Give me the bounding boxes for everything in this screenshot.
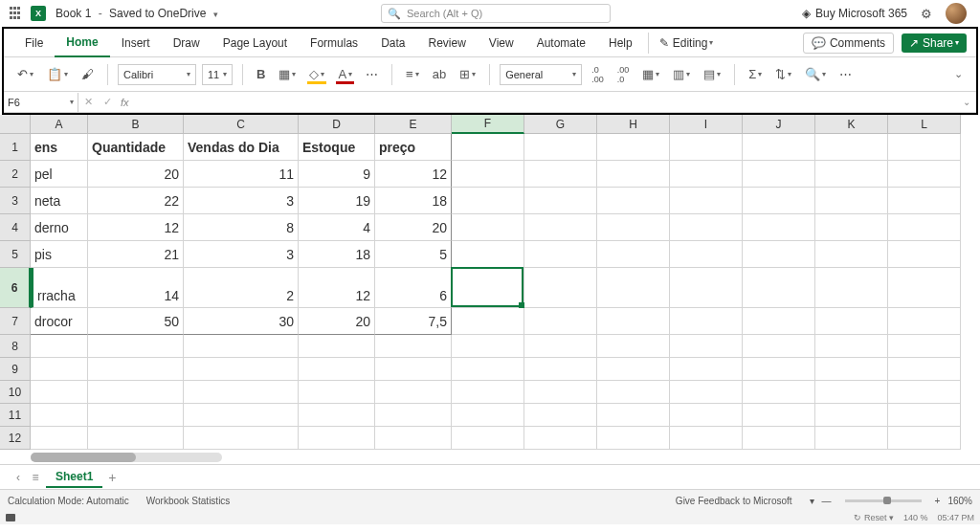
cell-L7[interactable] <box>888 308 961 335</box>
cell-A1[interactable]: ens <box>31 134 88 161</box>
col-header-G[interactable]: G <box>524 115 597 134</box>
increase-decimal-button[interactable]: .00.0 <box>613 63 634 86</box>
cell-G8[interactable] <box>524 335 597 358</box>
cell-B5[interactable]: 21 <box>88 241 184 268</box>
cell-E2[interactable]: 12 <box>375 161 452 188</box>
font-size-select[interactable]: 11▾ <box>202 64 233 85</box>
document-title[interactable]: Book 1 - Saved to OneDrive ▾ <box>56 7 218 20</box>
tab-formulas[interactable]: Formulas <box>299 29 369 57</box>
name-box[interactable]: F6▾ <box>4 93 78 112</box>
buy-microsoft-button[interactable]: ◈ Buy Microsoft 365 <box>802 7 907 20</box>
cell-G7[interactable] <box>524 308 597 335</box>
sheet-nav-prev[interactable]: ‹ <box>10 471 27 484</box>
feedback-button[interactable]: Give Feedback to Microsoft <box>676 496 792 506</box>
calc-mode-label[interactable]: Calculation Mode: Automatic <box>8 496 129 506</box>
cell-D8[interactable] <box>299 335 375 358</box>
cell-H3[interactable] <box>597 188 670 214</box>
cell-F1[interactable] <box>452 134 524 161</box>
cell-A3[interactable]: neta <box>31 188 88 214</box>
cell-B2[interactable]: 20 <box>88 161 184 188</box>
cell-I3[interactable] <box>670 188 743 214</box>
cell-F11[interactable] <box>452 404 524 427</box>
app-launcher-icon[interactable] <box>10 7 23 20</box>
cell-A12[interactable] <box>31 427 88 450</box>
cell-J12[interactable] <box>743 427 815 450</box>
cell-K8[interactable] <box>815 335 888 358</box>
zoom-slider[interactable] <box>845 499 922 502</box>
col-header-E[interactable]: E <box>375 115 452 134</box>
format-table-button[interactable]: ▥▾ <box>669 65 694 83</box>
add-sheet-button[interactable]: + <box>108 470 116 485</box>
cell-J4[interactable] <box>743 214 815 241</box>
cell-B9[interactable] <box>88 358 184 381</box>
cell-F10[interactable] <box>452 381 524 404</box>
cell-D1[interactable]: Estoque <box>299 134 375 161</box>
cell-L4[interactable] <box>888 214 961 241</box>
tab-data[interactable]: Data <box>369 29 416 57</box>
cell-A5[interactable]: pis <box>31 241 88 268</box>
cell-E5[interactable]: 5 <box>375 241 452 268</box>
cell-C4[interactable]: 8 <box>184 214 299 241</box>
cell-A10[interactable] <box>31 381 88 404</box>
sheet-tab-sheet1[interactable]: Sheet1 <box>46 467 102 488</box>
cell-G9[interactable] <box>524 358 597 381</box>
cell-I10[interactable] <box>670 381 743 404</box>
scrollbar-thumb[interactable] <box>31 453 136 462</box>
cell-H10[interactable] <box>597 381 670 404</box>
row-header-3[interactable]: 3 <box>0 188 31 214</box>
cell-G10[interactable] <box>524 381 597 404</box>
cell-J1[interactable] <box>743 134 815 161</box>
row-header-9[interactable]: 9 <box>0 358 31 381</box>
cell-H6[interactable] <box>597 268 670 308</box>
cell-F8[interactable] <box>452 335 524 358</box>
cell-K12[interactable] <box>815 427 888 450</box>
tab-view[interactable]: View <box>478 29 525 57</box>
cell-F2[interactable] <box>452 161 524 188</box>
cell-I2[interactable] <box>670 161 743 188</box>
status-caret[interactable]: ▾ <box>810 496 814 506</box>
cell-K5[interactable] <box>815 241 888 268</box>
cell-E9[interactable] <box>375 358 452 381</box>
row-header-12[interactable]: 12 <box>0 427 31 450</box>
cell-L11[interactable] <box>888 404 961 427</box>
col-header-K[interactable]: K <box>815 115 888 134</box>
cell-F4[interactable] <box>452 214 524 241</box>
cell-H2[interactable] <box>597 161 670 188</box>
cell-J6[interactable] <box>743 268 815 308</box>
cell-K10[interactable] <box>815 381 888 404</box>
horizontal-scrollbar[interactable] <box>31 453 222 462</box>
cell-K7[interactable] <box>815 308 888 335</box>
cell-E1[interactable]: preço <box>375 134 452 161</box>
row-header-5[interactable]: 5 <box>0 241 31 268</box>
cell-L8[interactable] <box>888 335 961 358</box>
cell-I4[interactable] <box>670 214 743 241</box>
cell-C11[interactable] <box>184 404 299 427</box>
row-header-11[interactable]: 11 <box>0 404 31 427</box>
cell-C10[interactable] <box>184 381 299 404</box>
cell-G5[interactable] <box>524 241 597 268</box>
cell-C9[interactable] <box>184 358 299 381</box>
find-button[interactable]: 🔍▾ <box>801 65 830 83</box>
cell-L2[interactable] <box>888 161 961 188</box>
avatar[interactable] <box>946 3 967 24</box>
cell-D5[interactable]: 18 <box>299 241 375 268</box>
cell-H12[interactable] <box>597 427 670 450</box>
cell-B7[interactable]: 50 <box>88 308 184 335</box>
enter-formula-button[interactable]: ✓ <box>98 96 117 108</box>
cell-I11[interactable] <box>670 404 743 427</box>
cell-L9[interactable] <box>888 358 961 381</box>
cell-G4[interactable] <box>524 214 597 241</box>
cell-C7[interactable]: 30 <box>184 308 299 335</box>
row-header-7[interactable]: 7 <box>0 308 31 335</box>
cell-E4[interactable]: 20 <box>375 214 452 241</box>
cell-D4[interactable]: 4 <box>299 214 375 241</box>
more-font-button[interactable]: ⋯ <box>362 65 382 83</box>
cell-H5[interactable] <box>597 241 670 268</box>
align-button[interactable]: ≡▾ <box>402 65 423 83</box>
cell-I6[interactable] <box>670 268 743 308</box>
fill-color-button[interactable]: ◇▾ <box>305 65 328 83</box>
cell-I7[interactable] <box>670 308 743 335</box>
comments-button[interactable]: 💬 Comments <box>803 33 894 54</box>
more-button[interactable]: ⋯ <box>835 65 856 83</box>
number-format-select[interactable]: General▾ <box>500 64 582 85</box>
